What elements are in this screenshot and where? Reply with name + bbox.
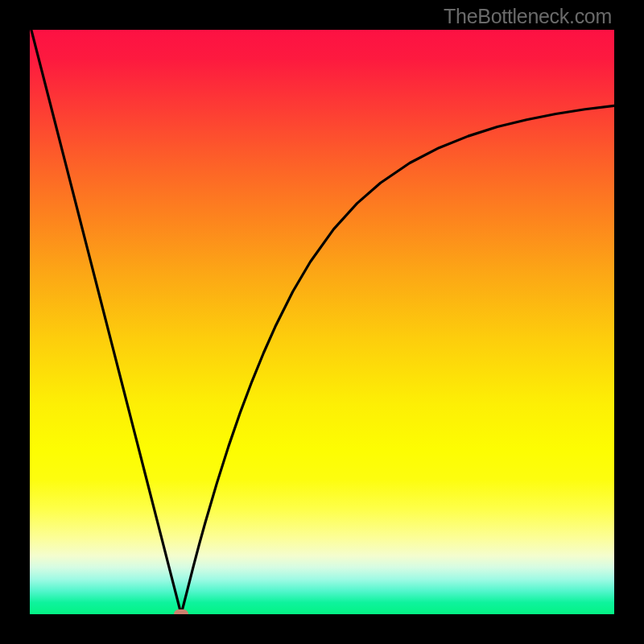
curve-path — [30, 30, 614, 614]
watermark-text: TheBottleneck.com — [444, 5, 612, 28]
bottleneck-curve — [30, 30, 614, 614]
plot-area — [30, 30, 614, 614]
minimum-marker — [174, 609, 188, 614]
chart-frame: TheBottleneck.com — [0, 0, 644, 644]
